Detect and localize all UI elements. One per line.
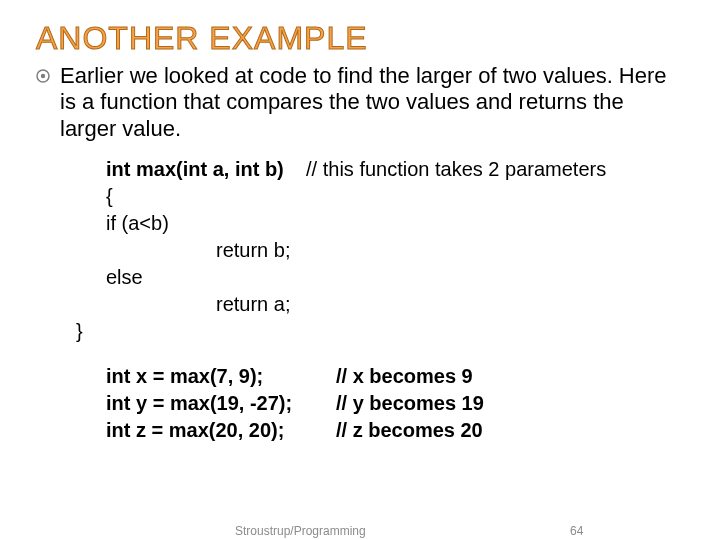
example-row: int y = max(19, -27); // y becomes 19 bbox=[106, 390, 684, 417]
code-line: { bbox=[106, 183, 684, 210]
example-call: int z = max(20, 20); bbox=[106, 417, 336, 444]
example-comment: // y becomes 19 bbox=[336, 390, 484, 417]
slide: ANOTHER EXAMPLE Earlier we looked at cod… bbox=[0, 0, 720, 540]
intro-text: Earlier we looked at code to find the la… bbox=[60, 63, 684, 142]
code-line: return a; bbox=[216, 291, 684, 318]
footer-page: 64 bbox=[570, 524, 583, 538]
examples-block: int x = max(7, 9); // x becomes 9 int y … bbox=[106, 363, 684, 444]
code-block: int max(int a, int b) // this function t… bbox=[106, 156, 684, 345]
code-signature-comment: // this function takes 2 parameters bbox=[306, 158, 606, 180]
example-call: int x = max(7, 9); bbox=[106, 363, 336, 390]
example-row: int x = max(7, 9); // x becomes 9 bbox=[106, 363, 684, 390]
example-comment: // z becomes 20 bbox=[336, 417, 483, 444]
slide-title: ANOTHER EXAMPLE bbox=[36, 20, 684, 57]
bullet-icon bbox=[36, 69, 50, 83]
example-comment: // x becomes 9 bbox=[336, 363, 473, 390]
code-signature: int max(int a, int b) bbox=[106, 158, 284, 180]
code-signature-line: int max(int a, int b) // this function t… bbox=[106, 156, 684, 183]
code-line: return b; bbox=[216, 237, 684, 264]
code-line: else bbox=[106, 264, 684, 291]
svg-point-1 bbox=[41, 74, 45, 78]
code-line: } bbox=[76, 318, 684, 345]
example-call: int y = max(19, -27); bbox=[106, 390, 336, 417]
code-line: if (a<b) bbox=[106, 210, 684, 237]
footer-source: Stroustrup/Programming bbox=[235, 524, 366, 538]
example-row: int z = max(20, 20); // z becomes 20 bbox=[106, 417, 684, 444]
intro-row: Earlier we looked at code to find the la… bbox=[36, 63, 684, 142]
